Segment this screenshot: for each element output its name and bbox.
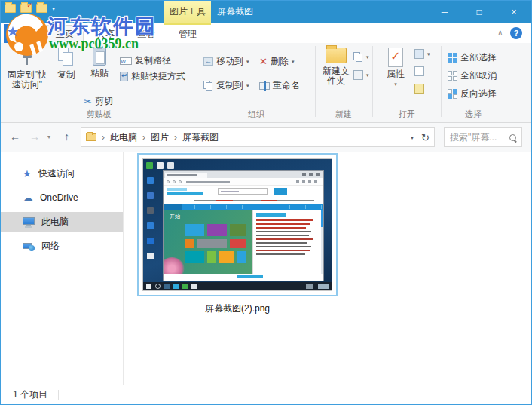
- breadcrumb-this-pc[interactable]: 此电脑: [110, 131, 137, 144]
- qat-properties-icon[interactable]: [20, 4, 32, 13]
- close-button[interactable]: ×: [497, 1, 531, 23]
- dropdown-arrow-icon: ▾: [246, 83, 249, 89]
- group-label-open: 打开: [377, 109, 437, 120]
- group-label-select: 选择: [443, 109, 503, 120]
- file-name-label[interactable]: 屏幕截图(2).png: [137, 302, 338, 315]
- title-bar: ▾ 图片工具 屏幕截图 ─ □ ×: [1, 1, 531, 23]
- paste-shortcut-label: 粘贴快捷方式: [131, 70, 185, 83]
- new-item-button[interactable]: ▾: [353, 52, 369, 62]
- new-folder-icon: [326, 48, 347, 63]
- thumb-desktop-icon: [146, 162, 153, 169]
- select-all-icon: [448, 53, 457, 63]
- delete-icon: ✕: [259, 56, 268, 67]
- new-folder-button[interactable]: 新建文件夹: [320, 48, 353, 86]
- copy-icon: [58, 48, 75, 67]
- navigation-pane: ★ 快速访问 ☁ OneDrive 此电脑 网络: [1, 152, 124, 386]
- edit-icon: [414, 66, 424, 76]
- sidebar-item-quick-access[interactable]: ★ 快速访问: [1, 164, 123, 183]
- up-icon[interactable]: ↑: [64, 130, 69, 143]
- file-item-screenshot[interactable]: 开始: [137, 153, 338, 296]
- dropdown-arrow-icon: ▾: [366, 72, 369, 78]
- status-bar: 1 个项目: [1, 385, 531, 404]
- contextual-tab-picture-tools[interactable]: 图片工具: [164, 1, 211, 23]
- rename-label: 重命名: [273, 79, 300, 92]
- select-all-button[interactable]: 全部选择: [448, 51, 497, 64]
- copy-label: 复制: [57, 70, 75, 80]
- main-area: ★ 快速访问 ☁ OneDrive 此电脑 网络: [1, 152, 531, 386]
- address-bar[interactable]: › 此电脑 › 图片 › 屏幕截图 ▾ ↻: [81, 127, 435, 147]
- easy-access-button[interactable]: ▾: [353, 70, 369, 80]
- refresh-icon[interactable]: ↻: [421, 132, 430, 143]
- sidebar-item-this-pc[interactable]: 此电脑: [1, 212, 123, 232]
- qat-dropdown-icon[interactable]: ▾: [52, 5, 55, 12]
- search-icon[interactable]: [509, 134, 516, 141]
- thumb-desktop-icon: [157, 162, 164, 169]
- qat-new-folder-icon[interactable]: [36, 4, 47, 13]
- properties-icon: [388, 48, 403, 67]
- rename-button[interactable]: 重命名: [259, 79, 300, 92]
- rename-icon: [259, 82, 270, 90]
- tab-view[interactable]: 查看: [127, 25, 165, 43]
- copy-path-button[interactable]: W… 复制路径: [120, 54, 171, 67]
- explorer-window: ▾ 图片工具 屏幕截图 ─ □ × 文件 主页 共享 查看 管理 ∧ ? 固定到…: [0, 0, 532, 405]
- thumb-browser-window: 开始: [163, 170, 324, 281]
- copy-button[interactable]: 复制: [50, 48, 82, 80]
- move-to-label: 移动到: [216, 55, 243, 68]
- move-to-icon: ←: [203, 57, 213, 66]
- network-icon: [23, 241, 35, 251]
- thumb-desktop-icon: [147, 192, 154, 199]
- scissors-icon: ✂: [84, 96, 92, 107]
- minimize-button[interactable]: ─: [427, 1, 462, 23]
- item-count-label: 1 个项目: [13, 388, 47, 401]
- address-dropdown-icon[interactable]: ▾: [411, 134, 414, 141]
- breadcrumb-separator: ›: [142, 132, 145, 143]
- invert-selection-label: 反向选择: [460, 87, 497, 100]
- thumb-desktop-icon: [147, 207, 154, 214]
- move-to-button[interactable]: ← 移动到 ▾: [203, 55, 249, 68]
- ribbon-tab-row: 文件 主页 共享 查看 管理 ∧ ?: [1, 23, 531, 43]
- properties-label: 属性: [387, 69, 405, 79]
- search-input[interactable]: 搜索"屏幕...: [444, 127, 522, 147]
- select-none-button[interactable]: 全部取消: [448, 69, 497, 82]
- back-icon[interactable]: ←: [10, 130, 20, 143]
- tab-file[interactable]: 文件: [4, 24, 41, 43]
- forward-icon[interactable]: →: [29, 130, 40, 143]
- thumb-desktop-icon: [147, 177, 154, 184]
- history-button[interactable]: [414, 84, 424, 94]
- invert-selection-button[interactable]: 反向选择: [448, 87, 497, 100]
- edit-button[interactable]: [414, 66, 424, 76]
- delete-button[interactable]: ✕ 删除 ▾: [259, 55, 294, 68]
- delete-label: 删除: [271, 55, 289, 68]
- cut-button[interactable]: ✂ 剪切: [84, 95, 113, 108]
- sidebar-item-network[interactable]: 网络: [1, 236, 123, 256]
- paste-shortcut-button[interactable]: 粘贴快捷方式: [120, 70, 185, 83]
- pin-label: 固定到"快速访问": [5, 70, 49, 90]
- select-all-label: 全部选择: [460, 51, 497, 64]
- maximize-button[interactable]: □: [462, 1, 497, 23]
- window-controls: ─ □ ×: [427, 1, 531, 23]
- ribbon: 固定到"快速访问" 复制 粘贴 ✂ 剪切 W… 复制路径 粘贴快捷方式 剪贴板 …: [1, 43, 531, 123]
- sidebar-item-onedrive[interactable]: ☁ OneDrive: [1, 188, 123, 207]
- history-dropdown-icon[interactable]: ▾: [47, 133, 50, 140]
- breadcrumb-pictures[interactable]: 图片: [151, 131, 169, 144]
- tab-share[interactable]: 共享: [87, 25, 124, 43]
- group-separator: [197, 46, 197, 117]
- copy-path-label: 复制路径: [135, 54, 171, 67]
- copy-to-button[interactable]: 复制到 ▾: [203, 79, 249, 92]
- properties-button[interactable]: 属性 ▾: [381, 48, 410, 89]
- qat-folder-icon[interactable]: [5, 4, 16, 13]
- dropdown-arrow-icon: ▾: [366, 54, 369, 60]
- group-separator: [372, 46, 373, 117]
- open-button[interactable]: ▾: [414, 49, 430, 59]
- window-title: 屏幕截图: [217, 1, 253, 23]
- tab-home[interactable]: 主页: [46, 25, 84, 43]
- tab-manage[interactable]: 管理: [168, 25, 207, 43]
- breadcrumb-screenshots[interactable]: 屏幕截图: [182, 131, 219, 144]
- group-separator: [315, 46, 316, 117]
- thumb-desktop-icon: [167, 162, 174, 169]
- address-bar-row: ← → ▾ ↑ › 此电脑 › 图片 › 屏幕截图 ▾ ↻ 搜索"屏幕...: [1, 123, 531, 152]
- help-icon[interactable]: ?: [510, 27, 522, 39]
- collapse-ribbon-icon[interactable]: ∧: [497, 29, 503, 36]
- pin-to-quick-access-button[interactable]: 固定到"快速访问": [5, 48, 49, 90]
- paste-button[interactable]: 粘贴: [84, 48, 115, 78]
